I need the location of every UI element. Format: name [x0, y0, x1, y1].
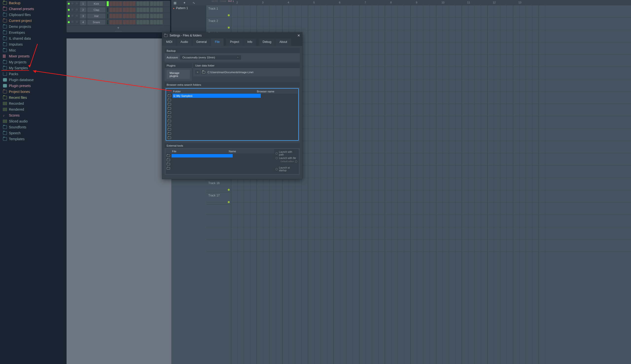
folder-row-empty[interactable] [166, 102, 298, 106]
browser-item-clipboard-files[interactable]: Clipboard files [0, 12, 64, 18]
browser-item-sliced-audio[interactable]: Sliced audio [0, 118, 64, 124]
tab-midi[interactable]: MIDI [162, 38, 176, 46]
step-button[interactable] [110, 20, 112, 24]
step-button[interactable] [156, 2, 160, 6]
browser-item-packs[interactable]: Packs [0, 71, 64, 77]
step-button[interactable] [119, 2, 122, 6]
step-button[interactable] [146, 2, 149, 6]
folder-row-empty[interactable] [166, 131, 298, 136]
browser-item-il-shared-data[interactable]: IL shared data [0, 36, 64, 42]
folder-row-empty[interactable] [166, 106, 298, 110]
folder-row-empty[interactable] [166, 127, 298, 131]
step-button[interactable] [160, 2, 163, 6]
step-button[interactable] [110, 2, 112, 6]
browser-item-current-project[interactable]: Current project [0, 18, 64, 24]
channel-number[interactable]: 1 [80, 1, 86, 6]
channel-mute-led[interactable] [68, 3, 70, 5]
tab-general[interactable]: General [192, 38, 211, 46]
channel-number[interactable]: 3 [80, 14, 86, 18]
step-button[interactable] [132, 20, 136, 24]
step-button[interactable] [110, 14, 112, 18]
step-button[interactable] [123, 8, 126, 12]
manage-plugins-button[interactable]: Manage plugins [166, 70, 190, 79]
channel-mute-led[interactable] [68, 21, 70, 23]
step-button[interactable] [140, 8, 143, 12]
playlist-view-icon[interactable]: ▦ [173, 1, 177, 4]
launch-at-startup-option[interactable]: Launch at startup [276, 166, 297, 172]
step-button[interactable] [153, 8, 156, 12]
step-button[interactable] [136, 20, 140, 24]
step-button[interactable] [116, 2, 119, 6]
ext-row-empty[interactable] [166, 162, 274, 166]
track-header[interactable]: Track 17 [206, 192, 231, 204]
browser-item-misc[interactable]: Misc [0, 47, 64, 53]
step-button[interactable] [150, 20, 153, 24]
ruler-mode-chan[interactable]: CHAN [220, 0, 226, 2]
step-sequencer[interactable] [110, 20, 163, 24]
step-button[interactable] [153, 20, 156, 24]
ext-row-empty[interactable] [166, 158, 274, 162]
browser-item-recorded[interactable]: Recorded [0, 100, 64, 106]
step-button[interactable] [156, 14, 160, 18]
step-button[interactable] [130, 14, 132, 18]
channel-rack-resize-handle[interactable] [66, 30, 170, 32]
tab-file[interactable]: File [211, 38, 224, 46]
browse-folder-button[interactable] [201, 70, 206, 74]
step-button[interactable] [130, 2, 132, 6]
dialog-titlebar[interactable]: Settings - Files & folders ✕ [162, 32, 302, 38]
ruler-mode-note[interactable]: NOTE [212, 0, 218, 2]
launch-with-path-option[interactable]: Launch with path [276, 150, 297, 156]
channel-mute-led[interactable] [68, 9, 70, 11]
browser-item-templates[interactable]: Templates [0, 136, 64, 142]
channel-name-button[interactable]: Clap [88, 8, 105, 12]
browser-item-speech[interactable]: Speech [0, 130, 64, 136]
browser-item-recent-files[interactable]: Recent files [0, 95, 64, 100]
pattern-item[interactable]: ▸ Pattern 1 [171, 6, 206, 11]
channel-name-button[interactable]: Kick [88, 1, 105, 6]
step-button[interactable] [130, 20, 132, 24]
step-button[interactable] [116, 8, 119, 12]
folder-row-empty[interactable] [166, 110, 298, 114]
channel-pan-knob[interactable] [71, 20, 74, 24]
step-button[interactable] [116, 14, 119, 18]
tab-project[interactable]: Project [226, 38, 243, 46]
step-button[interactable] [119, 20, 122, 24]
channel-vol-knob[interactable] [76, 14, 79, 18]
browser-item-my-projects[interactable]: My projects [0, 59, 64, 65]
channel-mute-led[interactable] [68, 15, 70, 17]
step-button[interactable] [146, 8, 149, 12]
step-button[interactable] [146, 20, 149, 24]
step-sequencer[interactable] [110, 8, 163, 12]
browser-item-plugin-presets[interactable]: Plugin presets [0, 83, 64, 89]
channel-pan-knob[interactable] [71, 2, 74, 6]
folder-row-empty[interactable] [166, 114, 298, 119]
add-channel-button[interactable]: + [66, 26, 170, 30]
step-button[interactable] [136, 2, 140, 6]
channel-number[interactable]: 2 [80, 8, 86, 12]
browser-item-mixer-presets[interactable]: Mixer presets [0, 53, 64, 59]
step-button[interactable] [140, 14, 143, 18]
step-button[interactable] [119, 8, 122, 12]
folder-row-empty[interactable] [166, 136, 298, 140]
channel-vol-knob[interactable] [76, 20, 79, 24]
autosave-dropdown[interactable]: Occasionally (every 10min) ▸ [180, 55, 241, 60]
timeline-ruler[interactable]: NOTE CHAN PAT 1 2345678910111213 [231, 0, 631, 6]
step-button[interactable] [160, 8, 163, 12]
ext-row-empty[interactable] [166, 166, 274, 170]
channel-pan-knob[interactable] [71, 8, 74, 12]
step-button[interactable] [126, 20, 129, 24]
channel-vol-knob[interactable] [76, 2, 79, 6]
tab-audio[interactable]: Audio [176, 38, 192, 46]
browser-item-soundfonts[interactable]: Soundfonts [0, 124, 64, 130]
step-button[interactable] [126, 8, 129, 12]
step-button[interactable] [150, 2, 153, 6]
channel-name-button[interactable]: Snare [88, 20, 105, 25]
default-editor-option[interactable]: Default editor [276, 160, 297, 163]
step-button[interactable] [143, 8, 146, 12]
browser-item-plugin-database[interactable]: Plugin database [0, 77, 64, 83]
channel-vol-knob[interactable] [76, 8, 79, 12]
browser-item-backup[interactable]: Backup [0, 0, 64, 6]
step-sequencer[interactable] [110, 2, 163, 6]
step-sequencer[interactable] [110, 14, 163, 18]
channel-name-button[interactable]: Hat [88, 14, 105, 18]
